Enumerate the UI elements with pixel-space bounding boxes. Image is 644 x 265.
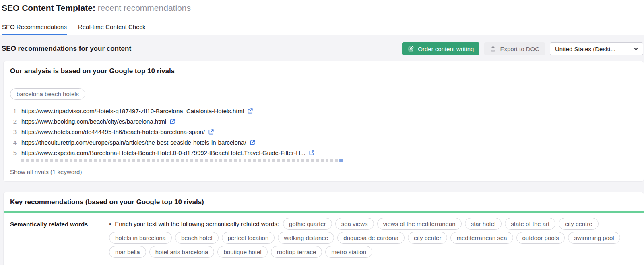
- tab-bar: SEO Recommendations Real-time Content Ch…: [2, 23, 644, 35]
- bullet-marker: •: [109, 220, 111, 227]
- rival-url-row: 4 https://theculturetrip.com/europe/spai…: [10, 137, 644, 147]
- rival-url-link[interactable]: https://www.hotels.com/de444495-th6/beac…: [21, 128, 205, 135]
- rivals-analysis-card: Our analysis is based on your Google top…: [3, 61, 644, 182]
- external-link-icon[interactable]: [250, 139, 256, 145]
- page-title: SEO Content Template: recent recommendat…: [2, 2, 644, 14]
- upload-tray-icon: [490, 46, 496, 52]
- region-device-select[interactable]: United States (Deskt...: [550, 42, 643, 55]
- chevron-down-icon: [633, 46, 639, 52]
- related-word-pill: city centre: [559, 218, 598, 230]
- related-word-pill: duquesa de cardona: [337, 232, 405, 244]
- related-word-pill: views of the mediterranean: [377, 218, 462, 230]
- external-link-icon[interactable]: [169, 118, 175, 124]
- edit-pencil-square-icon: [408, 46, 414, 52]
- rival-url-link[interactable]: https://www.booking.com/beach/city/es/ba…: [21, 118, 166, 125]
- export-to-doc-button[interactable]: Export to DOC: [484, 42, 545, 55]
- related-word-pill: perfect location: [222, 232, 275, 244]
- rival-rank: 5: [10, 149, 17, 156]
- rival-url-link[interactable]: https://theculturetrip.com/europe/spain/…: [21, 139, 246, 146]
- rival-rank: 3: [10, 128, 17, 135]
- related-word-pill: hotels in barcelona: [109, 232, 172, 244]
- rival-url-link[interactable]: https://www.expedia.com/Barcelona-Hotels…: [21, 149, 305, 156]
- rival-url-row: 1 https://www.tripadvisor.com/Hotels-g18…: [10, 106, 644, 116]
- related-word-pill: metro station: [325, 246, 372, 258]
- related-word-pill: city center: [408, 232, 447, 244]
- toolbar-actions: Order content writing Export to DOC Unit…: [402, 42, 643, 55]
- region-device-select-value: United States (Deskt...: [555, 46, 615, 52]
- related-word-pill: mar bella: [109, 246, 146, 258]
- key-recommendations-title: Key recommendations (based on your Googl…: [4, 192, 644, 211]
- related-word-pill: beach hotel: [175, 232, 219, 244]
- page-title-subtitle: recent recommendations: [98, 3, 191, 12]
- clipped-rival-row: [21, 159, 343, 162]
- related-word-pill: gothic quarter: [283, 218, 332, 230]
- rival-rank: 1: [10, 108, 17, 114]
- rivals-card-divider: [4, 81, 644, 81]
- rivals-card-title: Our analysis is based on your Google top…: [4, 61, 644, 81]
- order-content-writing-button[interactable]: Order content writing: [402, 42, 479, 55]
- show-all-rivals-link[interactable]: Show all rivals (1 keyword): [10, 168, 82, 176]
- semantically-related-words-label: Semantically related words: [10, 218, 109, 258]
- related-words-instruction: • Enrich your text with the following se…: [109, 218, 279, 230]
- related-word-pill: sea views: [335, 218, 374, 230]
- external-link-icon[interactable]: [309, 150, 315, 156]
- related-word-pill: outdoor pools: [516, 232, 565, 244]
- related-word-pill: swimming pool: [568, 232, 620, 244]
- related-word-pill: boutique hotel: [217, 246, 267, 258]
- rival-url-row: 3 https://www.hotels.com/de444495-th6/be…: [10, 126, 644, 137]
- rival-url-link[interactable]: https://www.tripadvisor.com/Hotels-g1874…: [21, 108, 244, 114]
- page-title-main: SEO Content Template:: [2, 3, 95, 12]
- external-link-icon[interactable]: [208, 129, 214, 135]
- key-recommendations-card: Key recommendations (based on your Googl…: [3, 192, 644, 265]
- external-link-icon[interactable]: [247, 108, 253, 114]
- rival-url-row: 2 https://www.booking.com/beach/city/es/…: [10, 116, 644, 126]
- related-word-pill: walking distance: [278, 232, 334, 244]
- related-words-instruction-text: Enrich your text with the following sema…: [115, 220, 279, 227]
- section-heading: SEO recommendations for your content: [2, 45, 131, 53]
- rival-rank: 2: [10, 118, 17, 125]
- toolbar: SEO recommendations for your content Ord…: [0, 35, 644, 61]
- rival-url-list: 1 https://www.tripadvisor.com/Hotels-g18…: [10, 106, 644, 158]
- masthead: SEO Content Template: recent recommendat…: [0, 0, 644, 35]
- rival-url-row: 5 https://www.expedia.com/Barcelona-Hote…: [10, 147, 644, 158]
- keyword-pill: barcelona beach hotels: [10, 88, 85, 100]
- seo-content-template-page: SEO Content Template: recent recommendat…: [0, 0, 644, 265]
- tab-seo-recommendations[interactable]: SEO Recommendations: [2, 23, 67, 35]
- related-word-pill: rooftop terrace: [271, 246, 322, 258]
- order-content-writing-label: Order content writing: [418, 46, 474, 52]
- related-words-content: • Enrich your text with the following se…: [109, 218, 625, 258]
- related-word-pill: state of the art: [505, 218, 555, 230]
- rival-rank: 4: [10, 139, 17, 146]
- related-word-pill: mediterranean sea: [450, 232, 513, 244]
- export-to-doc-label: Export to DOC: [500, 46, 539, 52]
- semantically-related-words-row: Semantically related words • Enrich your…: [4, 213, 644, 258]
- related-word-pill: star hotel: [465, 218, 502, 230]
- tab-realtime-content-check[interactable]: Real-time Content Check: [78, 23, 146, 35]
- related-word-pill: hotel arts barcelona: [149, 246, 215, 258]
